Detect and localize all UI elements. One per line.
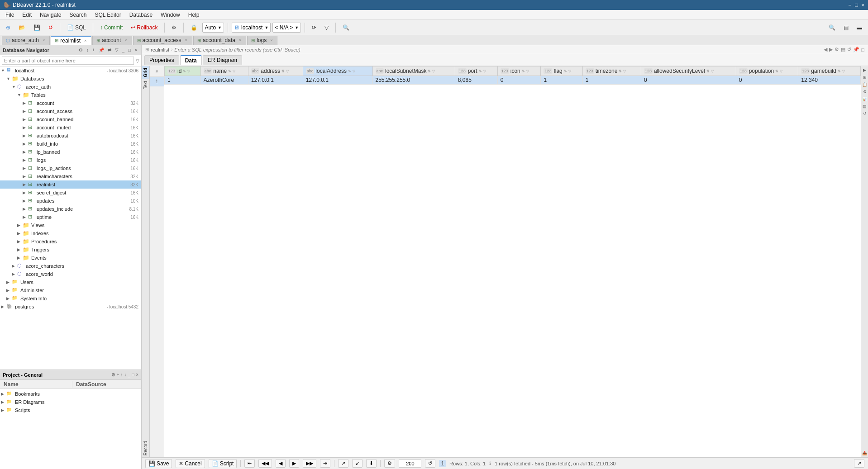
import-button[interactable]: ↙: [352, 459, 362, 468]
search-input[interactable]: [2, 57, 134, 65]
sub-tab-properties[interactable]: Properties: [144, 55, 179, 65]
page-size-input[interactable]: [399, 460, 421, 468]
nav-next-page-button[interactable]: ▶▶: [303, 459, 316, 468]
project-add-icon[interactable]: +: [117, 372, 119, 377]
menu-file[interactable]: File: [2, 11, 18, 19]
col-timezone-sort[interactable]: ⇅: [619, 69, 622, 73]
tree-table-realmcharacters[interactable]: ▶ ⊞ realmcharacters 32K: [0, 172, 141, 180]
col-subnet-filter[interactable]: ▽: [432, 69, 435, 73]
tree-events[interactable]: ▶ 📁 Events: [0, 254, 141, 262]
maximize-button[interactable]: □: [855, 2, 858, 8]
save-button[interactable]: 💾: [30, 23, 43, 33]
tree-table-updates[interactable]: ▶ ⊞ updates 10K: [0, 197, 141, 205]
tab-account-data[interactable]: ⊞ account_data ×: [193, 36, 246, 45]
tree-system-info[interactable]: ▶ 📁 System Info: [0, 294, 141, 303]
settings-small-button[interactable]: ⚙: [835, 47, 839, 52]
refresh-count-button[interactable]: ↺: [425, 459, 435, 468]
tree-postgres[interactable]: ▶ 🐘 postgres - localhost:5432: [0, 303, 141, 311]
nav-settings-icon[interactable]: ⚙: [77, 47, 84, 53]
tree-databases[interactable]: ▼ 📁 Databases: [0, 75, 141, 83]
tree-users[interactable]: ▶ 📁 Users: [0, 278, 141, 286]
refresh-small-button[interactable]: ↺: [847, 47, 851, 52]
col-name-filter[interactable]: ▽: [233, 69, 235, 73]
nav-prev-button[interactable]: ◀: [824, 47, 827, 52]
nav-minimize-icon[interactable]: _: [121, 47, 126, 53]
col-population[interactable]: 123 population ⇅ ▽: [736, 66, 798, 76]
col-address[interactable]: abc address ⇅ ▽: [248, 66, 303, 76]
panel-icon-4[interactable]: ⚙: [863, 90, 867, 94]
grid-mode-grid[interactable]: Grid: [142, 66, 149, 79]
search-data-button[interactable]: 🔍: [339, 23, 353, 33]
col-flag-sort[interactable]: ⇅: [564, 69, 567, 73]
row-number-1[interactable]: 1: [150, 77, 164, 87]
nav-last-button[interactable]: ⇥: [320, 459, 330, 468]
filter-button[interactable]: ▽: [321, 23, 332, 33]
col-port-filter[interactable]: ▽: [483, 69, 486, 73]
tab-acore-auth-close[interactable]: ×: [43, 38, 45, 43]
appearance-button[interactable]: ▤: [840, 23, 852, 33]
menu-help[interactable]: Help: [185, 11, 203, 19]
grid-mode-text[interactable]: Text: [142, 79, 149, 91]
nav-filter-icon[interactable]: ▽: [114, 47, 120, 53]
rollback-button[interactable]: ↩ Rollback: [128, 23, 161, 33]
col-security-filter[interactable]: ▽: [711, 69, 714, 73]
panel-icon-6[interactable]: ▤: [863, 104, 867, 109]
col-id-sort[interactable]: ⇅: [183, 69, 186, 73]
col-port[interactable]: 123 port ⇅ ▽: [455, 66, 497, 76]
tab-realmlist[interactable]: ⊞ realmlist ×: [51, 36, 91, 45]
project-up-icon[interactable]: ↑: [121, 372, 123, 377]
col-timezone-filter[interactable]: ▽: [623, 69, 626, 73]
host-dropdown[interactable]: 🖥 localhost ▼: [232, 23, 271, 33]
menu-edit[interactable]: Edit: [19, 11, 35, 19]
tree-table-account-access[interactable]: ▶ ⊞ account_access 16K: [0, 107, 141, 115]
title-bar-controls[interactable]: − □ ×: [848, 2, 864, 8]
project-down-icon[interactable]: ↓: [124, 372, 127, 377]
tree-table-account[interactable]: ▶ ⊞ account 32K: [0, 99, 141, 107]
col-id-filter[interactable]: ▽: [187, 69, 190, 73]
panel-icon-3[interactable]: 📋: [862, 82, 867, 87]
nav-arrows-icon[interactable]: ⇄: [106, 47, 113, 53]
col-security-sort[interactable]: ⇅: [706, 69, 710, 73]
maximize-content-button[interactable]: □: [861, 47, 864, 52]
col-population-filter[interactable]: ▽: [780, 69, 782, 73]
col-timezone[interactable]: 123 timezone ⇅ ▽: [582, 66, 641, 76]
project-close-icon[interactable]: ×: [136, 372, 138, 377]
tree-tables[interactable]: ▼ 📁 Tables: [0, 91, 141, 99]
tab-account-access-close[interactable]: ×: [185, 38, 187, 43]
status-expand-button[interactable]: ↗: [854, 459, 864, 468]
nav-pin-icon[interactable]: 📌: [97, 47, 105, 53]
col-local-address[interactable]: abc localAddress ⇅ ▽: [303, 66, 372, 76]
tab-logs[interactable]: ⊞ logs ×: [247, 36, 277, 45]
tree-table-updates-include[interactable]: ▶ ⊞ updates_include 8.1K: [0, 205, 141, 213]
col-icon-sort[interactable]: ⇅: [522, 69, 525, 73]
search-filter-icon[interactable]: ▽: [136, 58, 139, 63]
panel-icon-5[interactable]: 📊: [862, 97, 867, 101]
tree-table-ip-banned[interactable]: ▶ ⊞ ip_banned 16K: [0, 148, 141, 156]
tree-localhost[interactable]: ▼ 🖥 localhost - localhost:3306: [0, 66, 141, 75]
settings-status-button[interactable]: ⚙: [384, 459, 395, 468]
refresh-button[interactable]: ↺: [45, 23, 56, 33]
pin-button[interactable]: 📌: [853, 47, 859, 52]
tree-table-account-muted[interactable]: ▶ ⊞ account_muted 16K: [0, 123, 141, 132]
tree-acore-characters[interactable]: ▶ ⬡ acore_characters: [0, 262, 141, 270]
col-gamebuild-filter[interactable]: ▽: [842, 69, 845, 73]
nav-prev-row-button[interactable]: ◀: [276, 459, 286, 468]
col-allowed-security[interactable]: 123 allowedSecurityLevel ⇅ ▽: [641, 66, 736, 76]
tab-account-data-close[interactable]: ×: [239, 38, 241, 43]
tab-account-close[interactable]: ×: [124, 38, 127, 43]
minimize-button[interactable]: −: [848, 2, 851, 8]
menu-search[interactable]: Search: [66, 11, 90, 19]
project-maximize-icon[interactable]: □: [132, 372, 134, 377]
tab-logs-close[interactable]: ×: [270, 38, 272, 43]
menu-window[interactable]: Window: [157, 11, 184, 19]
settings-button[interactable]: ⚙: [168, 23, 180, 33]
tree-triggers[interactable]: ▶ 📁 Triggers: [0, 246, 141, 254]
nav-next-button[interactable]: ▶: [829, 47, 833, 52]
status-script-button[interactable]: 📄 Script: [209, 459, 237, 468]
auto-dropdown[interactable]: Auto ▼: [202, 23, 224, 33]
col-name-sort[interactable]: ⇅: [228, 69, 231, 73]
panel-icon-1[interactable]: ▶: [863, 68, 866, 72]
nav-close-icon[interactable]: ×: [133, 47, 138, 53]
col-flag[interactable]: 123 flag ⇅ ▽: [541, 66, 582, 76]
project-item-scripts[interactable]: ▶ 📁 Scripts: [0, 406, 141, 414]
